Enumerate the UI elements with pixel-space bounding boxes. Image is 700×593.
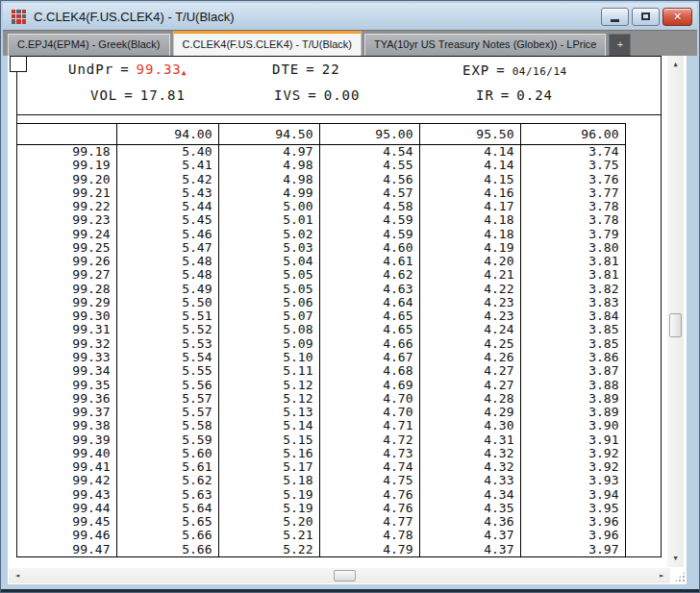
corner-select-box[interactable] [10,56,27,72]
option-value-cell[interactable]: 4.78 [319,529,419,542]
option-value-cell[interactable]: 5.60 [116,447,218,460]
option-value-cell[interactable]: 5.42 [116,173,218,186]
option-value-cell[interactable]: 4.23 [419,296,520,309]
option-value-cell[interactable]: 4.32 [419,460,520,474]
option-value-cell[interactable]: 3.81 [520,255,625,268]
option-value-cell[interactable]: 4.68 [319,364,419,378]
option-value-cell[interactable]: 5.08 [218,323,319,336]
option-value-cell[interactable]: 4.16 [419,186,520,200]
option-value-cell[interactable]: 5.05 [218,283,319,296]
underlying-price-cell[interactable]: 99.43 [16,488,116,502]
option-value-cell[interactable]: 5.50 [116,296,218,309]
option-value-cell[interactable]: 5.64 [116,502,218,515]
option-value-cell[interactable]: 5.00 [218,200,319,213]
option-value-cell[interactable]: 4.76 [319,502,419,515]
underlying-price-cell[interactable]: 99.29 [16,296,116,309]
option-value-cell[interactable]: 4.24 [419,323,520,336]
option-value-cell[interactable]: 4.74 [319,460,419,474]
tab-clek4-tu[interactable]: C.CLEK4(F.US.CLEK4) - T/U(Black) [173,31,362,56]
option-value-cell[interactable]: 5.06 [218,296,319,309]
option-value-cell[interactable]: 4.37 [419,529,520,542]
underlying-price-cell[interactable]: 99.34 [16,364,116,378]
option-value-cell[interactable]: 4.65 [319,309,419,323]
option-value-cell[interactable]: 5.57 [116,392,218,406]
option-value-cell[interactable]: 4.26 [419,351,520,364]
option-value-cell[interactable]: 5.56 [116,379,218,392]
tab-epj4-greek[interactable]: C.EPJ4(EPM4) - Greek(Black) [8,34,170,56]
option-value-cell[interactable]: 3.78 [520,200,625,213]
option-value-cell[interactable]: 5.18 [218,474,319,487]
option-value-cell[interactable]: 4.67 [319,351,419,364]
horizontal-scroll-thumb[interactable] [334,570,356,581]
underlying-price-cell[interactable]: 99.44 [16,502,116,515]
option-value-cell[interactable]: 4.30 [419,419,520,432]
scroll-right-icon[interactable]: ► [655,568,668,583]
option-value-cell[interactable]: 3.84 [520,309,625,323]
option-value-cell[interactable]: 4.76 [319,488,419,502]
minimize-button[interactable] [601,8,629,26]
option-value-cell[interactable]: 4.37 [419,543,520,557]
option-value-cell[interactable]: 3.77 [520,186,625,200]
option-value-cell[interactable]: 4.60 [319,241,419,255]
option-value-cell[interactable]: 3.88 [520,379,625,392]
option-value-cell[interactable]: 3.90 [520,419,625,432]
option-value-cell[interactable]: 4.99 [218,186,319,200]
tab-tya-lprice[interactable]: TYA(10yr US Treasury Notes (Globex)) - L… [364,34,606,56]
option-value-cell[interactable]: 3.79 [520,228,625,241]
option-value-cell[interactable]: 4.21 [419,268,520,282]
option-value-cell[interactable]: 3.89 [520,392,625,406]
option-value-cell[interactable]: 5.03 [218,241,319,255]
option-value-cell[interactable]: 4.14 [419,159,520,172]
option-value-cell[interactable]: 5.49 [116,283,218,296]
option-value-cell[interactable]: 5.57 [116,406,218,419]
option-value-cell[interactable]: 3.85 [520,337,625,351]
option-value-cell[interactable]: 5.15 [218,433,319,447]
option-value-cell[interactable]: 5.63 [116,488,218,502]
underlying-price-cell[interactable]: 99.47 [16,543,116,557]
underlying-price-cell[interactable]: 99.37 [16,406,116,419]
option-value-cell[interactable]: 4.57 [319,186,419,200]
option-value-cell[interactable]: 5.16 [218,447,319,460]
option-value-cell[interactable]: 5.20 [218,515,319,529]
option-value-cell[interactable]: 3.92 [520,460,625,474]
option-value-cell[interactable]: 5.07 [218,309,319,323]
option-value-cell[interactable]: 5.43 [116,186,218,200]
option-value-cell[interactable]: 5.61 [116,460,218,474]
option-value-cell[interactable]: 5.22 [218,543,319,557]
option-value-cell[interactable]: 4.31 [419,433,520,447]
option-value-cell[interactable]: 5.17 [218,460,319,474]
underlying-price-cell[interactable]: 99.32 [16,337,116,351]
underlying-price-cell[interactable]: 99.39 [16,433,116,447]
option-value-cell[interactable]: 5.66 [116,543,218,557]
option-value-cell[interactable]: 5.54 [116,351,218,364]
option-value-cell[interactable]: 3.78 [520,213,625,227]
option-value-cell[interactable]: 4.79 [319,543,419,557]
underlying-price-cell[interactable]: 99.31 [16,323,116,336]
option-value-cell[interactable]: 5.44 [116,200,218,213]
option-value-cell[interactable]: 3.95 [520,502,625,515]
option-value-cell[interactable]: 4.73 [319,447,419,460]
option-value-cell[interactable]: 4.18 [419,213,520,227]
underlying-price-cell[interactable]: 99.35 [16,379,116,392]
option-value-cell[interactable]: 4.58 [319,200,419,213]
option-value-cell[interactable]: 4.66 [319,337,419,351]
underlying-price-cell[interactable]: 99.41 [16,460,116,474]
option-value-cell[interactable]: 5.02 [218,228,319,241]
underlying-price-cell[interactable]: 99.20 [16,173,116,186]
option-value-cell[interactable]: 4.59 [319,228,419,241]
option-value-cell[interactable]: 3.80 [520,241,625,255]
option-value-cell[interactable]: 3.97 [520,543,625,557]
option-value-cell[interactable]: 4.65 [319,323,419,336]
option-value-cell[interactable]: 5.46 [116,228,218,241]
option-value-cell[interactable]: 3.85 [520,323,625,336]
option-value-cell[interactable]: 5.01 [218,213,319,227]
option-value-cell[interactable]: 4.55 [319,159,419,172]
horizontal-scrollbar[interactable]: ◄ ► [9,568,670,583]
underlying-price-cell[interactable]: 99.36 [16,392,116,406]
vertical-scrollbar[interactable]: ▲ ▼ [667,56,684,567]
option-value-cell[interactable]: 3.86 [520,351,625,364]
option-value-cell[interactable]: 4.71 [319,419,419,432]
option-value-cell[interactable]: 3.96 [520,515,625,529]
option-value-cell[interactable]: 3.91 [520,433,625,447]
vertical-scroll-thumb[interactable] [669,313,682,337]
